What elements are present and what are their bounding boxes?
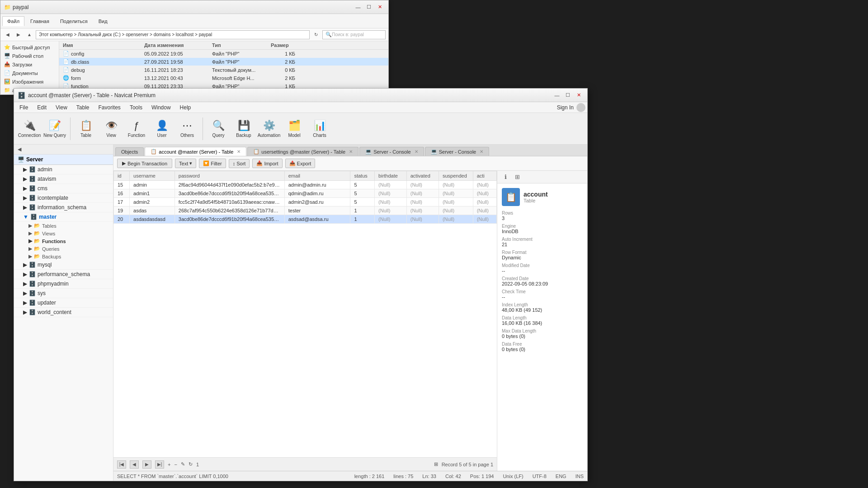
cell-password[interactable]: 268c7af954c550b6224e6358d126e71b77d6cc44	[175, 206, 284, 215]
cell-acti[interactable]: (Null)	[473, 181, 496, 189]
cell-email[interactable]: qdmin@adim.ru	[284, 189, 350, 198]
toolbar-view[interactable]: 👁️ View	[99, 116, 123, 142]
th-acti[interactable]: acti	[473, 171, 496, 181]
cell-status[interactable]: 1	[350, 206, 375, 215]
toolbar-function[interactable]: ƒ Function	[125, 116, 148, 142]
table-row[interactable]: 16admin13acd0be86de7dcccdбf91b20f94a68ce…	[114, 189, 497, 198]
toolbar-model[interactable]: 🗂️ Model	[283, 116, 306, 142]
next-page-btn[interactable]: ▶	[142, 460, 151, 469]
sidebar-cat-functions[interactable]: ▶📂Functions	[14, 237, 113, 245]
toolbar-new-query[interactable]: 📝 New Query	[43, 116, 66, 142]
forward-btn[interactable]: ▶	[14, 30, 23, 39]
tab-close-4[interactable]: ✕	[480, 149, 483, 154]
sidebar-cat-backups[interactable]: ▶📂Backups	[14, 253, 113, 260]
th-username[interactable]: username	[130, 171, 175, 181]
menu-window[interactable]: Window	[148, 103, 175, 112]
sidebar-cat-queries[interactable]: ▶📂Queries	[14, 245, 113, 253]
sort-btn[interactable]: ↕ Sort	[229, 159, 250, 168]
ribbon-tab-home[interactable]: Главная	[25, 16, 54, 26]
navicat-minimize[interactable]: —	[552, 91, 562, 100]
cell-activated[interactable]: (Null)	[406, 198, 439, 206]
cell-suspended[interactable]: (Null)	[439, 198, 473, 206]
tab-objects[interactable]: Objects	[115, 147, 144, 156]
table-row[interactable]: 17admin2fcc5c2f74a9d54f5b48710a6139aeeac…	[114, 198, 497, 206]
sidebar-item-master[interactable]: ▼🗄️master	[14, 212, 113, 222]
cell-birthdate[interactable]: (Null)	[375, 215, 407, 224]
cell-birthdate[interactable]: (Null)	[375, 206, 407, 215]
add-row-btn[interactable]: +	[168, 462, 170, 467]
sidebar-cat-views[interactable]: ▶📂Views	[14, 230, 113, 237]
cell-email[interactable]: asdsad@asdsa.ru	[284, 215, 350, 224]
tab-close-1[interactable]: ✕	[237, 149, 241, 154]
sidebar-cat-tables[interactable]: ▶📂Tables	[14, 222, 113, 230]
documents[interactable]: 📄 Документы	[0, 69, 59, 77]
images[interactable]: 🖼️ Изображения	[0, 77, 59, 86]
cell-status[interactable]: 1	[350, 215, 375, 224]
cell-username[interactable]: admin2	[130, 198, 175, 206]
last-page-btn[interactable]: ▶|	[155, 460, 164, 469]
cell-activated[interactable]: (Null)	[406, 189, 439, 198]
address-path[interactable]: Этот компьютер > Локальный диск (C:) > o…	[36, 30, 310, 39]
prev-page-btn[interactable]: ◀	[130, 460, 139, 469]
navicat-close[interactable]: ✕	[574, 91, 584, 100]
file-row[interactable]: 📄debug 16.11.2021 18:23 Текстовый докум.…	[59, 66, 388, 74]
quick-access[interactable]: ⭐ Быстрый доступ	[0, 43, 59, 52]
begin-transaction-btn[interactable]: ▶ Begin Transaction	[117, 159, 172, 168]
th-suspended[interactable]: suspended	[439, 171, 473, 181]
cell-email[interactable]: admin@admin.ru	[284, 181, 350, 189]
cell-suspended[interactable]: (Null)	[439, 206, 473, 215]
tab-console-1[interactable]: 💻 Server - Console ✕	[359, 147, 424, 156]
cell-birthdate[interactable]: (Null)	[375, 189, 407, 198]
cell-username[interactable]: asdasdasdasd	[130, 215, 175, 224]
cell-acti[interactable]: (Null)	[473, 198, 496, 206]
cell-username[interactable]: asdas	[130, 206, 175, 215]
cell-activated[interactable]: (Null)	[406, 215, 439, 224]
th-id[interactable]: id	[114, 171, 130, 181]
sidebar-item-updater[interactable]: ▶🗄️updater	[14, 298, 113, 308]
toolbar-connection[interactable]: 🔌 Connection	[18, 116, 41, 142]
table-row[interactable]: 20asdasdasdasd3acd0be86de7dcccdбf91b20f9…	[114, 215, 497, 224]
cell-id[interactable]: 15	[114, 181, 130, 189]
file-row[interactable]: 🌐form 13.12.2021 00:43 Microsoft Edge H.…	[59, 74, 388, 82]
navicat-maximize[interactable]: ☐	[563, 91, 573, 100]
sign-in-label[interactable]: Sign In	[557, 104, 574, 111]
search-box[interactable]: 🔍 Поиск в: paypal	[322, 30, 386, 39]
tab-close-3[interactable]: ✕	[415, 149, 418, 154]
cell-password[interactable]: 3acd0be86de7dcccdбf91b20f94a68cea535922d	[175, 189, 284, 198]
toolbar-automation[interactable]: ⚙️ Automation	[257, 116, 281, 142]
sidebar-item-atavism[interactable]: ▶🗄️atavism	[14, 174, 113, 184]
menu-help[interactable]: Help	[176, 103, 195, 112]
toolbar-backup[interactable]: 💾 Backup	[232, 116, 255, 142]
sidebar-item-mysql[interactable]: ▶🗄️mysql	[14, 260, 113, 270]
toolbar-query[interactable]: 🔍 Query	[207, 116, 230, 142]
cell-status[interactable]: 5	[350, 189, 375, 198]
cell-password[interactable]: 3acd0be86de7dcccdбf91b20f94a68cea535922d	[175, 215, 284, 224]
sidebar-item-sys[interactable]: ▶🗄️sys	[14, 289, 113, 298]
cell-email[interactable]: tester	[284, 206, 350, 215]
cell-id[interactable]: 16	[114, 189, 130, 198]
th-status[interactable]: status	[350, 171, 375, 181]
toolbar-others[interactable]: ⋯ Others	[175, 116, 199, 142]
toolbar-charts[interactable]: 📊 Charts	[308, 116, 331, 142]
menu-edit[interactable]: Edit	[33, 103, 50, 112]
sidebar-item-admin[interactable]: ▶🗄️admin	[14, 165, 113, 174]
refresh-btn[interactable]: ↻	[189, 461, 193, 467]
table-row[interactable]: 15admin2f6ac94d96044d437f1e090d0efac5b2:…	[114, 181, 497, 189]
table-scroll-area[interactable]: id username password email status birthd…	[113, 171, 497, 457]
sidebar-item-phpmyadmin[interactable]: ▶🗄️phpmyadmin	[14, 279, 113, 289]
tab-account-table[interactable]: 📋 account @master (Server) - Table ✕	[145, 147, 246, 156]
cell-acti[interactable]: (Null)	[473, 189, 496, 198]
ribbon-tab-view[interactable]: Вид	[94, 16, 113, 26]
first-page-btn[interactable]: |◀	[117, 460, 126, 469]
menu-table[interactable]: Table	[73, 103, 93, 112]
navicat-window-controls[interactable]: — ☐ ✕	[552, 91, 584, 100]
sidebar-item-information_schema[interactable]: ▶🗄️information_schema	[14, 203, 113, 212]
ribbon-tab-share[interactable]: Поделиться	[55, 16, 93, 26]
import-btn[interactable]: 📥 Import	[252, 159, 282, 168]
cell-suspended[interactable]: (Null)	[439, 189, 473, 198]
cell-activated[interactable]: (Null)	[406, 206, 439, 215]
downloads[interactable]: 📥 Загрузки	[0, 60, 59, 69]
sidebar-item-world_content[interactable]: ▶🗄️world_content	[14, 308, 113, 317]
th-email[interactable]: email	[284, 171, 350, 181]
cell-status[interactable]: 5	[350, 198, 375, 206]
